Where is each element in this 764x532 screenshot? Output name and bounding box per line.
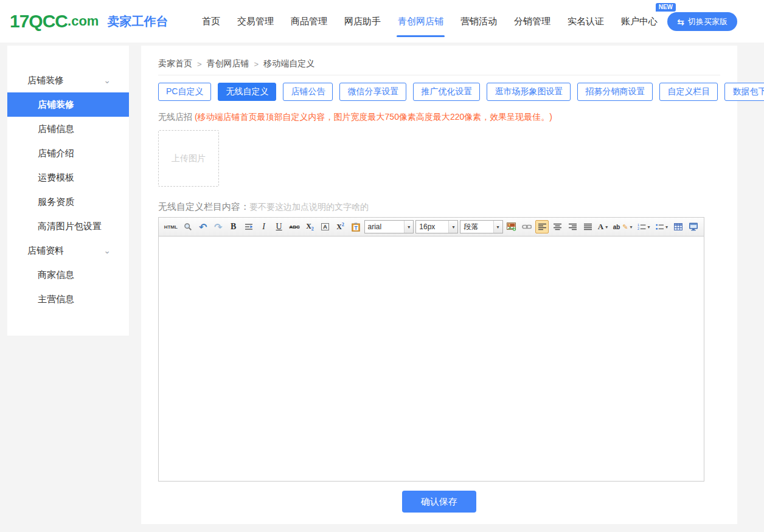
- italic-button[interactable]: I: [257, 220, 271, 233]
- confirm-save-button[interactable]: 确认保存: [402, 491, 476, 513]
- sidebar-item-freight-template[interactable]: 运费模板: [7, 165, 129, 190]
- sidebar-item-hd-image-pack[interactable]: 高清图片包设置: [7, 214, 129, 238]
- quick-format-button[interactable]: [242, 220, 255, 233]
- main-content: 卖家首页 > 青创网店铺 > 移动端自定义 PC自定义 无线自定义 店铺公告 微…: [141, 46, 737, 524]
- sidebar-item-shop-intro[interactable]: 店铺介绍: [7, 141, 129, 165]
- nav-item-distribution[interactable]: 分销管理: [505, 0, 559, 43]
- align-center-button[interactable]: [550, 220, 564, 233]
- nav-label: 分销管理: [514, 16, 550, 27]
- breadcrumb-seller-home[interactable]: 卖家首页: [158, 58, 192, 69]
- pencil-icon: ✎: [622, 223, 628, 231]
- sidebar-item-label: 主营信息: [38, 294, 74, 305]
- sidebar-item-merchant-info[interactable]: 商家信息: [7, 263, 129, 287]
- bold-button[interactable]: B: [227, 220, 240, 233]
- tab-custom-column[interactable]: 自定义栏目: [659, 83, 718, 101]
- sidebar-item-label: 店铺装修: [38, 99, 74, 111]
- nav-label: 青创网店铺: [398, 16, 443, 27]
- tab-promotion-optimization[interactable]: 推广优化设置: [413, 83, 480, 101]
- switch-arrows-icon: ⇆: [677, 17, 684, 27]
- strikethrough-button[interactable]: ABC: [288, 220, 302, 233]
- unordered-list-icon: [656, 223, 664, 230]
- insert-table-button[interactable]: [672, 220, 685, 233]
- nav-item-goods[interactable]: 商品管理: [282, 0, 336, 43]
- nav-label: 实名认证: [568, 16, 604, 27]
- sidebar-section-shop-data[interactable]: 店铺资料 ⌄: [7, 238, 129, 263]
- brand-logo[interactable]: 17QCC.com 卖家工作台: [10, 0, 168, 43]
- tab-shop-notice[interactable]: 店铺公告: [283, 83, 333, 101]
- nav-item-trade[interactable]: 交易管理: [229, 0, 282, 43]
- justify-button[interactable]: [581, 220, 594, 233]
- highlight-color-button[interactable]: ab ✎ ▾: [611, 220, 634, 233]
- underline-button[interactable]: U: [273, 220, 286, 233]
- content-label-line: 无线自定义栏目内容：要不要这边加点说明的文字啥的: [158, 201, 720, 213]
- svg-text:1: 1: [637, 223, 639, 227]
- wireless-banner-label: 无线店招: [158, 112, 195, 122]
- new-badge: NEW: [656, 3, 676, 12]
- dropdown-arrow-icon: ▾: [665, 224, 668, 230]
- tab-wechat-share[interactable]: 微信分享设置: [339, 83, 406, 101]
- sidebar-item-service-qualification[interactable]: 服务资质: [7, 190, 129, 214]
- font-color-button[interactable]: A ▾: [596, 220, 609, 233]
- fullscreen-button[interactable]: [687, 220, 700, 233]
- dropdown-arrow-icon: ▾: [630, 224, 633, 230]
- nav-item-home[interactable]: 首页: [193, 0, 229, 43]
- nav-item-verification[interactable]: 实名认证: [559, 0, 613, 43]
- align-right-icon: [569, 223, 577, 230]
- magnifier-icon: [184, 223, 192, 231]
- chevron-down-icon: ⌄: [103, 246, 111, 255]
- tab-pc-custom[interactable]: PC自定义: [158, 83, 211, 101]
- sidebar-item-label: 店铺介绍: [38, 148, 74, 159]
- chevron-down-icon: ⌄: [103, 76, 111, 85]
- preview-button[interactable]: [181, 220, 195, 233]
- nav-item-shop-assistant[interactable]: 网店助手: [336, 0, 389, 43]
- html-source-icon: HTML: [164, 224, 178, 230]
- breadcrumb-qingchuang-shop[interactable]: 青创网店铺: [207, 58, 249, 69]
- switch-buyer-version-button[interactable]: ⇆ 切换买家版: [667, 12, 737, 31]
- sidebar-item-label: 高清图片包设置: [38, 221, 102, 232]
- table-icon: [674, 223, 682, 230]
- insert-image-button[interactable]: [505, 220, 518, 233]
- sidebar-item-shop-decoration[interactable]: 店铺装修: [7, 92, 129, 117]
- font-family-select[interactable]: arial ▾: [364, 220, 414, 233]
- nav-label: 首页: [202, 16, 220, 27]
- paste-text-icon: T: [352, 223, 360, 232]
- font-size-select[interactable]: 16px ▾: [415, 220, 458, 233]
- align-right-button[interactable]: [566, 220, 579, 233]
- tab-recruit-distributors[interactable]: 招募分销商设置: [577, 83, 653, 101]
- paste-plain-text-button[interactable]: T: [349, 220, 363, 233]
- sidebar-section-shop-decoration[interactable]: 店铺装修 ⌄: [7, 68, 129, 92]
- save-row: 确认保存: [158, 491, 720, 513]
- upload-image-box[interactable]: 上传图片: [158, 130, 219, 187]
- svg-text:T: T: [354, 224, 358, 230]
- font-size-value: 16px: [416, 223, 448, 231]
- undo-button[interactable]: ↶: [196, 220, 210, 233]
- nav-item-marketing[interactable]: 营销活动: [452, 0, 505, 43]
- dropdown-arrow-icon: ▾: [404, 221, 413, 233]
- editor-content-area[interactable]: [159, 237, 704, 481]
- nav-item-qingchuang-shop[interactable]: 青创网店铺: [389, 0, 452, 43]
- tab-wireless-custom[interactable]: 无线自定义: [218, 83, 276, 101]
- editor-toolbar: HTML ↶ ↷ B I U ABC X2 A X2 T arial ▾: [159, 218, 704, 237]
- sidebar-item-shop-info[interactable]: 店铺信息: [7, 117, 129, 141]
- tab-market-image[interactable]: 逛市场形象图设置: [487, 83, 571, 101]
- sidebar-item-label: 运费模板: [38, 172, 74, 184]
- source-code-button[interactable]: HTML: [162, 220, 179, 233]
- insert-link-button[interactable]: [520, 220, 534, 233]
- subscript-button[interactable]: X2: [304, 220, 317, 233]
- sidebar-item-label: 服务资质: [38, 196, 74, 208]
- sidebar-item-main-business-info[interactable]: 主营信息: [7, 287, 129, 311]
- font-family-value: arial: [365, 223, 405, 231]
- tab-data-package-download[interactable]: 数据包下载: [724, 83, 764, 101]
- superscript-icon: X2: [336, 222, 344, 232]
- unordered-list-button[interactable]: ▾: [654, 220, 670, 233]
- align-left-button[interactable]: [535, 220, 549, 233]
- remove-format-button[interactable]: A: [319, 220, 332, 233]
- workspace-title: 卖家工作台: [107, 13, 168, 30]
- ordered-list-icon: 12: [637, 223, 645, 230]
- ordered-list-button[interactable]: 12 ▾: [636, 220, 651, 233]
- strikethrough-icon: ABC: [289, 224, 299, 230]
- nav-item-account-center[interactable]: 账户中心 NEW: [613, 0, 666, 43]
- superscript-button[interactable]: X2: [334, 220, 347, 233]
- paragraph-format-select[interactable]: 段落 ▾: [460, 220, 502, 233]
- redo-button[interactable]: ↷: [212, 220, 225, 233]
